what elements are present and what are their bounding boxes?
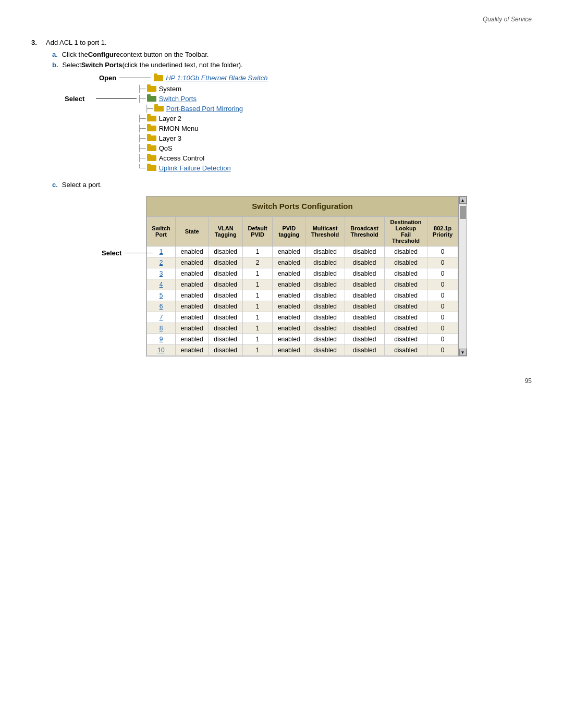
port-link-cell[interactable]: 2 xyxy=(147,257,176,268)
tree-item-port-mirroring: ├─ Port-Based Port Mirroring xyxy=(138,104,532,113)
tree-item-layer3: ├─ Layer 3 xyxy=(138,134,532,143)
table-row[interactable]: 2enableddisabled2enableddisableddisabled… xyxy=(147,257,458,268)
tree-item-rmon: ├─ RMON Menu xyxy=(138,124,532,133)
header-title: Quality of Service xyxy=(483,16,532,23)
cell-dpvid: 1 xyxy=(242,334,272,345)
cell-dpvid: 2 xyxy=(242,257,272,268)
table-row[interactable]: 10enableddisabled1enableddisableddisable… xyxy=(147,345,458,356)
table-row[interactable]: 1enableddisabled1enableddisableddisabled… xyxy=(147,246,458,257)
tree-item-uplink: └─ Uplink Failure Detection xyxy=(138,164,532,172)
svg-rect-16 xyxy=(147,155,156,161)
port-link-cell[interactable]: 5 xyxy=(147,290,176,301)
cell-dpvid: 1 xyxy=(242,290,272,301)
step-text: Add ACL 1 to port 1. xyxy=(46,39,107,46)
table-row[interactable]: 6enableddisabled1enableddisableddisabled… xyxy=(147,301,458,312)
folder-icon-layer2 xyxy=(147,114,156,123)
col-dot1p: 802.1pPriority xyxy=(427,217,458,246)
svg-rect-14 xyxy=(147,145,156,151)
svg-rect-4 xyxy=(147,96,156,102)
substep-b-letter: b. xyxy=(52,61,58,69)
folder-icon-mirroring xyxy=(154,104,164,113)
cell-mcast: disabled xyxy=(305,301,345,312)
substep-c-letter: c. xyxy=(52,181,58,189)
table-row[interactable]: 4enableddisabled1enableddisableddisabled… xyxy=(147,279,458,290)
layer2-label: Layer 2 xyxy=(159,115,181,122)
scrollbar[interactable]: ▲ ▼ xyxy=(459,196,467,356)
svg-rect-17 xyxy=(147,154,151,156)
folder-icon-layer3 xyxy=(147,134,156,143)
col-multicast: MulticastThreshold xyxy=(305,217,345,246)
cell-state: enabled xyxy=(176,268,209,279)
svg-rect-19 xyxy=(147,164,151,166)
svg-rect-7 xyxy=(154,104,158,106)
cell-dot1p: 0 xyxy=(427,323,458,334)
table-row[interactable]: 8enableddisabled1enableddisableddisabled… xyxy=(147,323,458,334)
scroll-down-button[interactable]: ▼ xyxy=(459,349,467,356)
folder-icon-access xyxy=(147,154,156,163)
table-row[interactable]: 3enableddisabled1enableddisableddisabled… xyxy=(147,268,458,279)
col-default-pvid: DefaultPVID xyxy=(242,217,272,246)
cell-bcast: disabled xyxy=(345,246,384,257)
cell-vlan: disabled xyxy=(209,301,243,312)
table-select-label: Select xyxy=(102,249,121,257)
port-link-cell[interactable]: 8 xyxy=(147,323,176,334)
scroll-thumb[interactable] xyxy=(460,206,466,219)
cell-state: enabled xyxy=(176,323,209,334)
port-link-cell[interactable]: 9 xyxy=(147,334,176,345)
port-link-cell[interactable]: 4 xyxy=(147,279,176,290)
cell-vlan: disabled xyxy=(209,290,243,301)
cell-dot1p: 0 xyxy=(427,279,458,290)
cell-vlan: disabled xyxy=(209,246,243,257)
tree-item-layer2: ├─ Layer 2 xyxy=(138,114,532,123)
svg-rect-13 xyxy=(147,134,151,136)
cell-pvid: enabled xyxy=(273,290,305,301)
cell-dpvid: 1 xyxy=(242,279,272,290)
scroll-up-button[interactable]: ▲ xyxy=(459,196,467,204)
system-label: System xyxy=(159,85,181,93)
table-row[interactable]: 7enableddisabled1enableddisableddisabled… xyxy=(147,312,458,323)
cell-dest: disabled xyxy=(384,301,427,312)
tree-line-switch: ├─ xyxy=(138,95,146,103)
port-mirroring-link[interactable]: Port-Based Port Mirroring xyxy=(166,105,243,113)
port-link-cell[interactable]: 3 xyxy=(147,268,176,279)
cell-dot1p: 0 xyxy=(427,257,458,268)
hp-switch-link[interactable]: HP 1:10Gb Ethernet Blade Switch xyxy=(166,74,267,82)
port-link-cell[interactable]: 7 xyxy=(147,312,176,323)
svg-rect-0 xyxy=(154,75,163,81)
cell-vlan: disabled xyxy=(209,279,243,290)
cell-bcast: disabled xyxy=(345,334,384,345)
cell-bcast: disabled xyxy=(345,279,384,290)
port-link-cell[interactable]: 10 xyxy=(147,345,176,356)
cell-state: enabled xyxy=(176,279,209,290)
col-switch-port: SwitchPort xyxy=(147,217,176,246)
cell-dest: disabled xyxy=(384,279,427,290)
switch-ports-link[interactable]: Switch Ports xyxy=(159,95,197,103)
folder-icon-qos xyxy=(147,144,156,153)
cell-mcast: disabled xyxy=(305,345,345,356)
folder-icon-system xyxy=(147,84,156,93)
page-header: Quality of Service xyxy=(31,16,532,23)
cell-dest: disabled xyxy=(384,268,427,279)
cell-dest: disabled xyxy=(384,312,427,323)
cell-pvid: enabled xyxy=(273,312,305,323)
select-arrow-label: Select xyxy=(65,95,84,103)
cell-dpvid: 1 xyxy=(242,312,272,323)
cell-state: enabled xyxy=(176,312,209,323)
uplink-link[interactable]: Uplink Failure Detection xyxy=(159,164,231,172)
port-link-cell[interactable]: 6 xyxy=(147,301,176,312)
cell-mcast: disabled xyxy=(305,246,345,257)
substep-b: b. Select Switch Ports (click the underl… xyxy=(52,61,532,69)
table-row[interactable]: 5enableddisabled1enableddisableddisabled… xyxy=(147,290,458,301)
switch-ports-icon xyxy=(147,94,156,103)
cell-vlan: disabled xyxy=(209,334,243,345)
cell-pvid: enabled xyxy=(273,279,305,290)
tree-item-qos: ├─ QoS xyxy=(138,144,532,153)
cell-pvid: enabled xyxy=(273,323,305,334)
ports-table[interactable]: SwitchPort State VLANTagging DefaultPVID… xyxy=(146,216,458,356)
table-row[interactable]: 9enableddisabled1enableddisableddisabled… xyxy=(147,334,458,345)
svg-rect-3 xyxy=(147,84,151,87)
cell-dot1p: 0 xyxy=(427,312,458,323)
cell-dpvid: 1 xyxy=(242,345,272,356)
svg-rect-8 xyxy=(147,116,156,121)
col-dest-lookup: DestinationLookupFailThreshold xyxy=(384,217,427,246)
